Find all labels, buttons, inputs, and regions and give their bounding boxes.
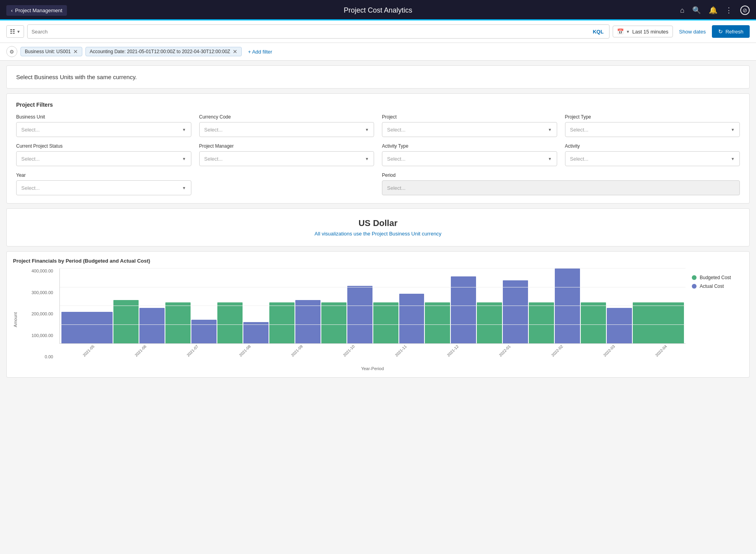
filter-settings-icon[interactable]: ⚙ <box>6 46 17 57</box>
legend-label-budgeted: Budgeted Cost <box>700 275 731 280</box>
filter-tag-business-unit: Business Unit: US001 ✕ <box>20 47 82 56</box>
project-filters-card: Project Filters Business Unit Select... … <box>6 93 750 204</box>
filter-field-currency-code: Currency Code Select... ▼ <box>199 114 374 137</box>
filter-select-project[interactable]: Select... ▼ <box>382 122 557 137</box>
legend-label-actual: Actual Cost <box>700 283 724 289</box>
chart-y-axis: 400,000.00 300,000.00 200,000.00 100,000… <box>26 269 53 371</box>
page-title: Project Cost Analytics <box>344 6 412 15</box>
filter-label-business-unit: Business Unit <box>16 114 191 120</box>
time-range-picker[interactable]: 📅 ▼ Last 15 minutes <box>613 26 673 37</box>
select-placeholder: Select... <box>21 156 40 162</box>
filter-select-currency-code[interactable]: Select... ▼ <box>199 122 374 137</box>
currency-subtitle: All visualizations use the Project Busin… <box>16 231 740 237</box>
top-nav: ‹ Project Management Project Cost Analyt… <box>0 0 756 20</box>
budgeted-bar[interactable] <box>217 302 243 343</box>
y-value-0: 0.00 <box>45 354 53 359</box>
filter-field-activity: Activity Select... ▼ <box>565 143 740 166</box>
filter-tag-close-1[interactable]: ✕ <box>73 49 78 54</box>
chevron-down-icon: ▼ <box>365 128 369 132</box>
filter-icon: ☷ <box>10 28 15 35</box>
currency-title: US Dollar <box>16 218 740 228</box>
chart-card: Project Financials by Period (Budgeted a… <box>6 251 750 378</box>
filter-select-business-unit[interactable]: Select... ▼ <box>16 122 191 137</box>
actual-bar[interactable] <box>399 294 424 343</box>
filter-label-activity: Activity <box>565 143 740 149</box>
chart-y-label-container: Amount <box>13 269 19 371</box>
filter-field-business-unit: Business Unit Select... ▼ <box>16 114 191 137</box>
nav-progress-bar <box>0 19 756 20</box>
nav-back-label: Project Management <box>15 7 62 13</box>
filter-field-activity-type: Activity Type Select... ▼ <box>382 143 557 166</box>
chart-legend: Budgeted Cost Actual Cost <box>692 269 743 371</box>
chevron-down-icon: ▼ <box>626 30 630 34</box>
y-value-200k: 200,000.00 <box>32 311 53 316</box>
select-placeholder: Select... <box>21 127 40 133</box>
chevron-left-icon: ‹ <box>11 7 13 13</box>
y-value-300k: 300,000.00 <box>32 290 53 295</box>
grid-line <box>60 324 686 325</box>
filter-select-project-type[interactable]: Select... ▼ <box>565 122 740 137</box>
filter-select-year[interactable]: Select... ▼ <box>16 180 191 195</box>
budgeted-bar[interactable] <box>529 302 554 343</box>
chevron-down-icon: ▼ <box>548 128 552 132</box>
chevron-down-icon: ▼ <box>365 157 369 161</box>
filter-field-project-manager: Project Manager Select... ▼ <box>199 143 374 166</box>
select-placeholder: Select... <box>21 185 40 191</box>
budgeted-bar[interactable] <box>477 302 502 343</box>
select-placeholder: Select... <box>387 156 406 162</box>
chart-main: 2021-052021-062021-072021-082021-092021-… <box>59 269 686 371</box>
filter-label-status: Current Project Status <box>16 143 191 149</box>
filter-field-project: Project Select... ▼ <box>382 114 557 137</box>
nav-back-button[interactable]: ‹ Project Management <box>6 5 67 16</box>
legend-item-actual: Actual Cost <box>692 283 743 289</box>
refresh-button[interactable]: ↻ Refresh <box>712 25 750 38</box>
chevron-down-icon: ▼ <box>17 30 20 34</box>
chart-title: Project Financials by Period (Budgeted a… <box>13 258 743 264</box>
search-icon[interactable]: 🔍 <box>692 6 701 15</box>
search-input[interactable] <box>32 29 591 35</box>
budgeted-bar[interactable] <box>269 302 295 343</box>
filter-select-project-manager[interactable]: Select... ▼ <box>199 151 374 166</box>
filter-tag-label: Business Unit: US001 <box>25 49 71 54</box>
show-dates-button[interactable]: Show dates <box>676 29 709 35</box>
filter-options-button[interactable]: ☷ ▼ <box>6 25 24 38</box>
main-content: Select Business Units with the same curr… <box>0 61 756 382</box>
chevron-down-icon: ▼ <box>548 157 552 161</box>
budgeted-bar[interactable] <box>113 300 139 343</box>
budgeted-bar[interactable] <box>373 302 398 343</box>
grid-line <box>60 287 686 287</box>
bell-icon[interactable]: 🔔 <box>709 6 717 15</box>
select-placeholder: Select... <box>204 127 223 133</box>
filter-label-year: Year <box>16 172 191 178</box>
filter-select-activity-type[interactable]: Select... ▼ <box>382 151 557 166</box>
kql-button[interactable]: KQL <box>591 29 605 35</box>
chart-area: Amount 400,000.00 300,000.00 200,000.00 … <box>13 269 743 371</box>
refresh-icon: ↻ <box>718 28 723 35</box>
filter-select-status[interactable]: Select... ▼ <box>16 151 191 166</box>
legend-dot-budgeted <box>692 275 697 280</box>
info-banner: Select Business Units with the same curr… <box>6 65 750 89</box>
filter-tag-close-2[interactable]: ✕ <box>233 49 237 54</box>
bar-group <box>61 312 113 343</box>
budgeted-bar[interactable] <box>165 302 191 343</box>
filter-label-activity-type: Activity Type <box>382 143 557 149</box>
actual-bar[interactable] <box>347 286 372 343</box>
budgeted-bar[interactable] <box>581 302 606 343</box>
budgeted-bar[interactable] <box>321 302 346 343</box>
legend-item-budgeted: Budgeted Cost <box>692 275 743 280</box>
chevron-down-icon: ▼ <box>731 128 735 132</box>
legend-dot-actual <box>692 284 697 289</box>
add-filter-button[interactable]: + Add filter <box>245 47 276 56</box>
budgeted-bar[interactable] <box>425 302 450 343</box>
chevron-down-icon: ▼ <box>182 186 186 190</box>
filter-select-activity[interactable]: Select... ▼ <box>565 151 740 166</box>
chart-x-labels: 2021-052021-062021-072021-082021-092021-… <box>59 345 686 354</box>
block-icon[interactable]: ⊘ <box>740 6 750 15</box>
home-icon[interactable]: ⌂ <box>680 6 684 15</box>
more-icon[interactable]: ⋮ <box>725 6 732 15</box>
chevron-down-icon: ▼ <box>182 157 186 161</box>
actual-bar[interactable] <box>555 269 580 343</box>
actual-bar[interactable] <box>61 312 113 343</box>
search-input-wrap: KQL <box>27 24 610 39</box>
select-placeholder: Select... <box>387 185 406 191</box>
